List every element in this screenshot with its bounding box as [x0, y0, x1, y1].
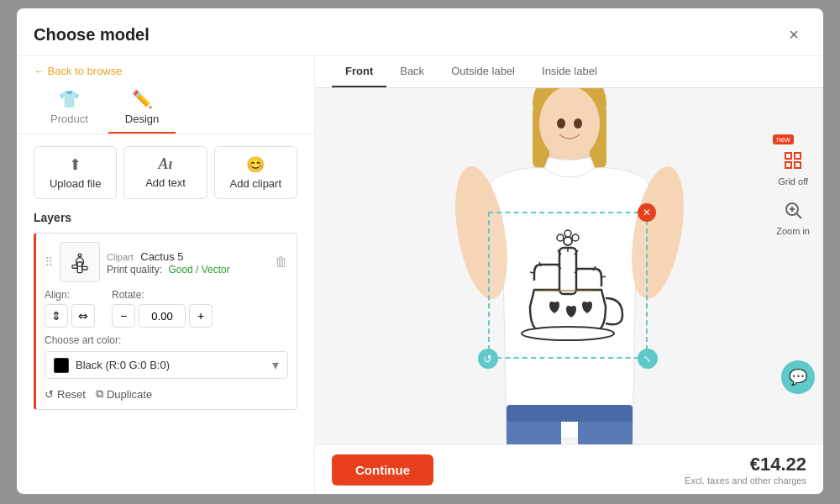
svg-rect-34: [795, 153, 801, 159]
svg-point-10: [539, 88, 600, 160]
new-badge: new: [773, 134, 794, 144]
layers-section: Layers ⠿: [17, 211, 314, 410]
svg-rect-36: [795, 162, 801, 168]
choose-model-modal: Choose model × ← Back to browse 👕 Produc…: [17, 8, 823, 494]
art-color-section: Choose art color: Black (R:0 G:0 B:0) ▾: [45, 334, 288, 379]
right-panel: Front Back Outside label Inside label: [315, 56, 823, 494]
layer-header: ⠿: [45, 242, 288, 282]
canvas-area: ✕: [315, 88, 823, 444]
tab-product[interactable]: 👕 Product: [34, 82, 105, 134]
back-to-browse-link[interactable]: ← Back to browse: [17, 56, 314, 82]
design-tab-label: Design: [125, 113, 159, 125]
layer-thumbnail: [60, 242, 100, 282]
rotate-row: − +: [112, 304, 213, 328]
price-section: €14.22 Excl. taxes and other charges: [685, 454, 806, 486]
modal-header: Choose model ×: [17, 8, 823, 56]
design-image: [490, 213, 646, 357]
layer-delete-button[interactable]: 🗑: [275, 255, 288, 270]
tshirt-container: ✕: [410, 88, 729, 444]
svg-point-30: [564, 230, 571, 237]
reset-button[interactable]: ↺ Reset: [45, 387, 86, 401]
svg-point-5: [78, 254, 81, 257]
duplicate-button[interactable]: ⧉ Duplicate: [96, 387, 152, 401]
reset-icon: ↺: [45, 388, 54, 401]
upload-icon: ⬆: [69, 155, 81, 174]
price-value: €14.22: [685, 454, 806, 475]
upload-label: Upload file: [50, 177, 101, 190]
zoom-label: Zoom in: [776, 226, 810, 236]
design-canvas: ✕: [488, 212, 648, 359]
grid-off-button[interactable]: Grid off: [773, 145, 813, 192]
add-clipart-label: Add clipart: [230, 177, 281, 190]
add-clipart-button[interactable]: 😊 Add clipart: [214, 146, 297, 199]
panel-tabs: 👕 Product ✏️ Design: [17, 82, 314, 134]
grid-icon: [783, 150, 803, 175]
layer-quality: Print quality: Good / Vector: [107, 264, 268, 276]
reset-label: Reset: [57, 388, 86, 401]
view-tabs: Front Back Outside label Inside label: [315, 56, 823, 88]
layer-controls: Align: ⇕ ⇔ Rotate: −: [45, 289, 288, 328]
tab-outside-label[interactable]: Outside label: [438, 56, 528, 87]
svg-rect-2: [82, 266, 87, 270]
svg-point-18: [522, 327, 614, 340]
layer-item: ⠿: [34, 233, 297, 410]
layer-type-label: Clipart: [107, 252, 134, 262]
continue-button[interactable]: Continue: [332, 454, 433, 486]
product-tab-icon: 👕: [59, 89, 80, 109]
upload-file-button[interactable]: ⬆ Upload file: [34, 146, 117, 199]
tab-front[interactable]: Front: [332, 56, 386, 87]
svg-point-31: [557, 234, 564, 241]
svg-rect-19: [559, 248, 576, 294]
design-remove-button[interactable]: ✕: [638, 203, 656, 222]
left-panel: ← Back to browse 👕 Product ✏️ Design: [17, 56, 315, 494]
add-text-label: Add text: [145, 176, 186, 189]
svg-point-12: [574, 118, 582, 129]
rotate-minus-button[interactable]: −: [112, 304, 135, 328]
add-text-button[interactable]: Aı Add text: [123, 146, 207, 199]
align-buttons: ⇕ ⇔: [45, 304, 95, 328]
svg-line-28: [601, 276, 606, 277]
modal-body: ← Back to browse 👕 Product ✏️ Design: [17, 56, 823, 494]
tab-inside-label[interactable]: Inside label: [528, 56, 611, 87]
drag-handle-icon[interactable]: ⠿: [45, 255, 53, 269]
product-tab-label: Product: [50, 113, 88, 125]
price-note: Excl. taxes and other charges: [685, 475, 806, 486]
svg-line-26: [530, 272, 534, 273]
clipart-icon: 😊: [246, 155, 265, 174]
svg-rect-33: [785, 153, 791, 159]
grid-label: Grid off: [778, 176, 808, 186]
layer-actions: ↺ Reset ⧉ Duplicate: [45, 387, 288, 401]
svg-rect-0: [77, 262, 81, 273]
rotate-input[interactable]: [139, 304, 186, 328]
svg-point-11: [557, 118, 565, 129]
modal-title: Choose model: [34, 25, 150, 45]
svg-rect-17: [507, 405, 633, 422]
rotate-label: Rotate:: [112, 289, 213, 301]
chat-button[interactable]: 💬: [781, 360, 815, 394]
chevron-down-icon: ▾: [272, 357, 279, 373]
svg-point-29: [564, 237, 572, 245]
rotate-plus-button[interactable]: +: [189, 304, 213, 328]
align-vertical-button[interactable]: ⇕: [45, 304, 68, 328]
tab-back[interactable]: Back: [386, 56, 438, 87]
design-scale-handle[interactable]: ⤡: [638, 349, 658, 369]
rotate-control: Rotate: − +: [112, 289, 213, 328]
align-control: Align: ⇕ ⇔: [45, 289, 95, 328]
quality-label: Print quality:: [107, 264, 162, 276]
text-icon: Aı: [158, 155, 172, 173]
right-tools: new Grid off: [771, 130, 815, 241]
duplicate-icon: ⧉: [96, 387, 103, 401]
zoom-icon: [783, 200, 803, 224]
design-tab-icon: ✏️: [132, 89, 153, 109]
design-rotate-handle[interactable]: ↺: [478, 349, 498, 369]
modal-close-button[interactable]: ×: [781, 22, 806, 47]
color-select[interactable]: Black (R:0 G:0 B:0) ▾: [45, 351, 288, 379]
svg-rect-35: [785, 162, 791, 168]
art-color-label: Choose art color:: [45, 334, 288, 346]
zoom-in-button[interactable]: Zoom in: [771, 195, 815, 241]
align-horizontal-button[interactable]: ⇔: [71, 304, 95, 328]
layer-name: Cactus 5: [140, 250, 183, 263]
tab-design[interactable]: ✏️ Design: [108, 82, 176, 134]
color-swatch: [54, 358, 69, 373]
color-name: Black (R:0 G:0 B:0): [76, 359, 170, 371]
